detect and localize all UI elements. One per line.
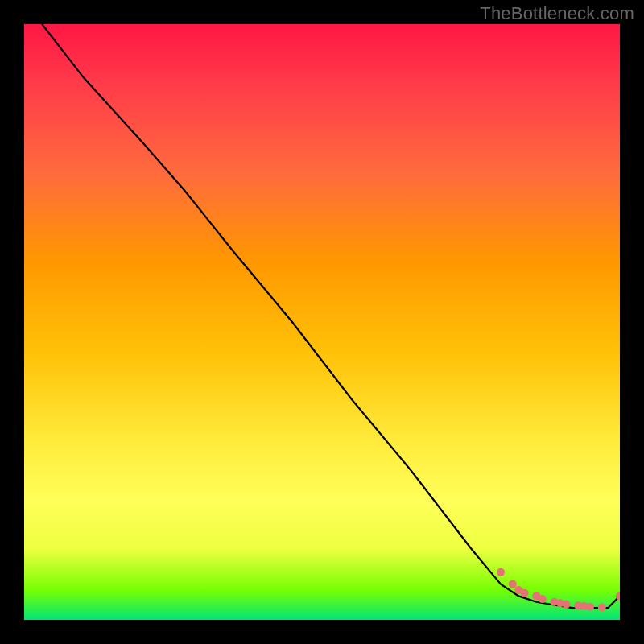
scatter-points bbox=[497, 568, 620, 612]
main-curve bbox=[42, 24, 620, 608]
chart-overlay bbox=[24, 24, 620, 620]
scatter-point bbox=[497, 568, 505, 576]
scatter-point bbox=[539, 595, 547, 603]
scatter-point bbox=[598, 604, 606, 612]
scatter-point bbox=[509, 580, 517, 588]
watermark-text: TheBottleneck.com bbox=[480, 3, 634, 24]
scatter-point bbox=[562, 601, 570, 609]
scatter-point bbox=[521, 589, 529, 597]
scatter-point bbox=[586, 603, 594, 611]
